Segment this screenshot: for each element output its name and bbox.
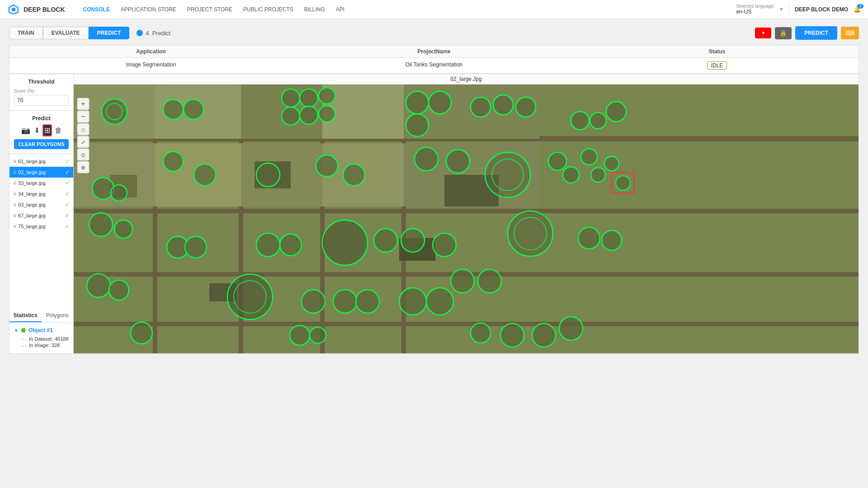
svg-point-43: [493, 95, 513, 115]
list-item[interactable]: ≡ 67_large.jpg ✓: [9, 210, 73, 221]
keyboard-icon: ⌨: [845, 29, 854, 37]
svg-point-54: [163, 151, 183, 171]
file-name: 75_large.jpg: [18, 224, 63, 229]
lock-icon: 🔒: [779, 30, 787, 37]
file-name: 67_large.jpg: [18, 213, 63, 218]
svg-point-97: [559, 317, 583, 340]
workflow-tabs: TRAIN EVALUATE PREDICT: [9, 27, 129, 39]
svg-point-56: [256, 163, 280, 187]
svg-point-34: [300, 89, 318, 107]
clear-polygons-button[interactable]: CLEAR POLYGONS: [14, 139, 69, 149]
map-container[interactable]: + − ⌂ ⤢ ⊙: [74, 84, 859, 353]
svg-point-41: [406, 114, 429, 136]
file-icon: ≡: [13, 223, 16, 230]
main-panel: Threshold Score (%) Predict 📷 ⬇ ⊞ 🗑 CLEA…: [9, 74, 859, 354]
svg-point-47: [606, 102, 626, 122]
file-name: 61_large.jpg: [18, 159, 63, 164]
nav-app-store[interactable]: APPLICATION STORE: [121, 6, 176, 13]
list-item[interactable]: ≡ 03_large.jpg ✓: [9, 199, 73, 210]
step-dot-icon: [137, 30, 143, 36]
svg-point-90: [426, 288, 453, 315]
language-selector[interactable]: Selected language en-US: [736, 4, 774, 15]
svg-point-65: [581, 149, 597, 165]
svg-point-50: [89, 213, 113, 236]
green-dot-icon: [21, 328, 26, 333]
threshold-title: Threshold: [14, 79, 69, 85]
check-icon: ✓: [65, 223, 70, 230]
list-item[interactable]: ≡ 33_large.jpg ✓: [9, 178, 73, 188]
info-table-row: Image Segmentation Oil Tanks Segmentatio…: [9, 58, 859, 73]
youtube-button[interactable]: [755, 28, 771, 38]
svg-point-59: [415, 147, 438, 171]
svg-point-32: [184, 99, 203, 119]
svg-point-29: [102, 99, 127, 124]
predict-button[interactable]: PREDICT: [795, 26, 837, 40]
svg-text:+: +: [81, 100, 85, 108]
svg-point-37: [300, 106, 318, 124]
check-icon: ✓: [65, 169, 70, 175]
lock-button[interactable]: 🔒: [775, 27, 792, 39]
list-item[interactable]: ≡ 61_large.jpg ✓: [9, 156, 73, 167]
stats-area: ▼ Object #1 — In Dataset: 40188 — In Ima…: [9, 323, 73, 353]
main-content: TRAIN EVALUATE PREDICT 4. Predict 🔒 PRED…: [0, 19, 868, 488]
delete-icon-btn[interactable]: 🗑: [54, 126, 63, 136]
score-input[interactable]: [14, 95, 69, 106]
svg-point-38: [319, 106, 335, 122]
file-name: 02_large.jpg: [18, 169, 63, 175]
notification-bell[interactable]: 🔔 3: [854, 6, 861, 13]
svg-point-44: [516, 97, 536, 117]
in-image-label: In Image:: [29, 343, 50, 348]
file-name: 03_large.jpg: [18, 202, 63, 207]
check-icon: ✓: [65, 158, 70, 164]
info-table: Application ProjectName Status Image Seg…: [9, 45, 859, 74]
col-application: Application: [9, 48, 292, 55]
check-icon: ✓: [65, 212, 70, 219]
logo-text: DEEP BLOCK: [24, 6, 65, 13]
nav-project-store[interactable]: PROJECT STORE: [187, 6, 232, 13]
workflow-header: TRAIN EVALUATE PREDICT 4. Predict 🔒 PRED…: [9, 26, 859, 40]
svg-point-86: [302, 290, 325, 313]
in-dataset-label: In Dataset:: [29, 336, 53, 342]
list-item[interactable]: ≡ 34_large.jpg ✓: [9, 188, 73, 199]
svg-text:⊙: ⊙: [81, 152, 85, 158]
tab-statistics[interactable]: Statistics: [9, 310, 42, 322]
language-chevron-icon[interactable]: ▼: [779, 7, 783, 12]
language-label: Selected language: [736, 4, 774, 9]
cell-application: Image Segmentation: [9, 61, 292, 70]
nav-public-projects[interactable]: PUBLIC PROJECTS: [243, 6, 293, 13]
svg-text:−: −: [81, 113, 85, 120]
screen-share-icon-btn[interactable]: ⊞: [42, 124, 52, 136]
workflow-step: 4. Predict: [137, 30, 170, 37]
list-item[interactable]: ≡ 75_large.jpg ✓: [9, 221, 73, 232]
tab-train[interactable]: TRAIN: [9, 27, 43, 39]
svg-point-75: [433, 233, 456, 257]
file-icon: ≡: [13, 169, 16, 175]
toolbar-right: 🔒 PREDICT ⌨: [755, 26, 859, 40]
tab-predict[interactable]: PREDICT: [89, 27, 130, 39]
tab-evaluate[interactable]: EVALUATE: [43, 27, 89, 39]
nav-console[interactable]: CONSOLE: [83, 6, 110, 13]
aerial-map: + − ⌂ ⤢ ⊙: [74, 84, 859, 353]
svg-point-35: [319, 88, 335, 104]
predict-section-title: Predict: [14, 115, 69, 122]
logo-area[interactable]: DEEP BLOCK: [7, 3, 65, 16]
svg-point-66: [591, 168, 605, 182]
download-icon-btn[interactable]: ⬇: [33, 125, 41, 136]
camera-icon-btn[interactable]: 📷: [20, 125, 31, 136]
check-icon: ✓: [65, 180, 70, 186]
list-item[interactable]: ≡ 02_large.jpg ✓: [9, 167, 73, 178]
svg-point-67: [604, 156, 619, 171]
svg-point-78: [578, 227, 600, 249]
nav-api[interactable]: API: [336, 6, 344, 13]
keyboard-button[interactable]: ⌨: [841, 27, 859, 39]
object-header: ▼ Object #1: [14, 327, 69, 333]
file-name: 34_large.jpg: [18, 191, 63, 197]
bottom-tabs: Statistics Polygons: [9, 310, 73, 323]
svg-text:⊕: ⊕: [81, 164, 85, 171]
svg-point-63: [548, 152, 566, 170]
tab-polygons[interactable]: Polygons: [42, 310, 74, 322]
svg-point-93: [310, 327, 326, 343]
nav-billing[interactable]: BILLING: [304, 6, 325, 13]
svg-point-45: [571, 112, 589, 130]
file-icon: ≡: [13, 180, 16, 186]
